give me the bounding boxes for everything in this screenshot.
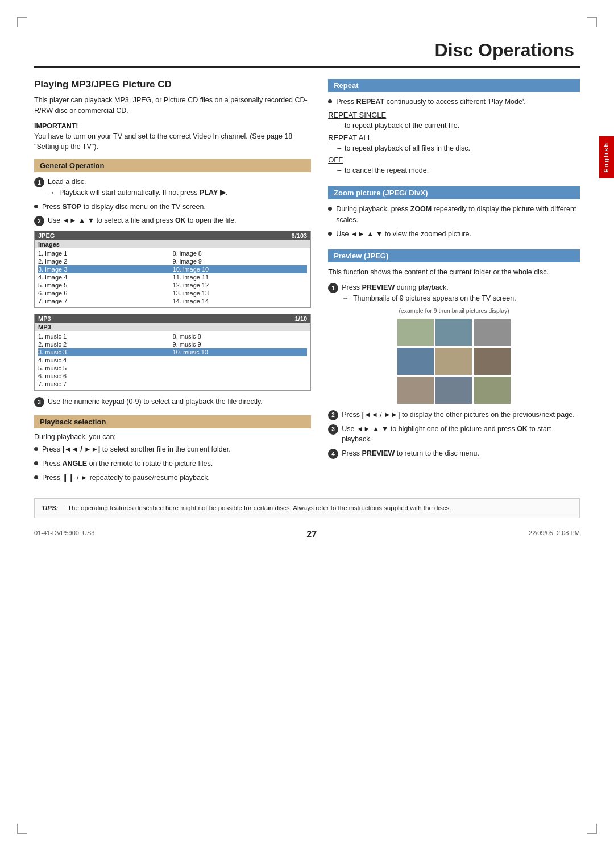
left-column: Playing MP3/JPEG Picture CD This player … <box>34 79 311 487</box>
jpeg-row-7: 7. image 7 <box>38 297 173 305</box>
playback-bullet-1-text: Press |◄◄ / ►►| to select another file i… <box>42 444 311 455</box>
arrow-icon: → <box>48 187 55 198</box>
step-1: 1 Load a disc. → Playback will start aut… <box>34 177 311 198</box>
tips-box: TIPS: The operating features described h… <box>34 498 580 518</box>
corner-mark-tl <box>17 17 27 27</box>
zoom-header: Zoom picture (JPEG/ DivX) <box>328 186 580 199</box>
repeat-all-text: to repeat playback of all files in the d… <box>345 143 470 154</box>
mp3-count: 1/10 <box>295 315 307 322</box>
preview-step-num-1: 1 <box>328 283 338 293</box>
playback-bullet-2-text: Press ANGLE on the remote to rotate the … <box>42 458 311 469</box>
off-underline: OFF <box>328 156 343 164</box>
jpeg-row-10: 10. image 10 <box>173 265 308 273</box>
preview-step-num-2: 2 <box>328 410 338 420</box>
jpeg-row-11: 11. image 11 <box>173 273 308 281</box>
jpeg-row-5: 5. image 5 <box>38 281 173 289</box>
playback-bullet-3: Press ❙❙ / ► repeatedly to pause/resume … <box>34 473 311 483</box>
preview-step3-text: Use ◄► ▲ ▼ to highlight one of the pictu… <box>342 424 580 445</box>
bullet-dot <box>34 475 38 479</box>
preview-step-4: 4 Press PREVIEW to return to the disc me… <box>328 448 580 459</box>
repeat-header: Repeat <box>328 79 580 92</box>
thumb-1 <box>397 319 434 346</box>
corner-mark-br <box>587 824 597 834</box>
repeat-single-text: to repeat playback of the current file. <box>345 120 459 131</box>
playing-section-title: Playing MP3/JPEG Picture CD <box>34 79 311 90</box>
dash-char: – <box>337 120 341 131</box>
repeat-all-dash: – to repeat playback of all files in the… <box>337 143 580 154</box>
playing-section-intro: This player can playback MP3, JPEG, or P… <box>34 95 311 116</box>
preview-step1-text: Press PREVIEW during playback. <box>342 283 449 291</box>
off-dash: – to cancel the repeat mode. <box>337 165 580 176</box>
step3-text: Use the numeric keypad (0-9) to select a… <box>48 397 311 407</box>
jpeg-table-body: 1. image 1 2. image 2 3. image 3 4. imag… <box>35 248 310 307</box>
thumb-5 <box>435 348 472 375</box>
thumbnail-grid <box>397 319 511 404</box>
arrow-icon: → <box>342 293 349 304</box>
bullet-dot <box>34 205 38 208</box>
jpeg-label: JPEG <box>38 232 55 239</box>
thumb-2 <box>435 319 472 346</box>
mp3-label: MP3 <box>38 315 51 322</box>
off-label: OFF <box>328 156 580 164</box>
mp3-row-8: 8. music 8 <box>173 332 308 340</box>
mp3-row-3: 3. music 3 <box>38 348 173 356</box>
jpeg-table-header: JPEG 6/103 <box>35 231 310 240</box>
mp3-row-9: 9. music 9 <box>173 340 308 348</box>
jpeg-row-12: 12. image 12 <box>173 281 308 289</box>
playback-header: Playback selection <box>34 415 311 428</box>
jpeg-row-14: 14. image 14 <box>173 297 308 305</box>
zoom-bullet-1-text: During playback, press ZOOM repeatedly t… <box>336 204 580 226</box>
dash-char: – <box>337 165 341 176</box>
corner-mark-tr <box>587 17 597 27</box>
playback-bullet-2: Press ANGLE on the remote to rotate the … <box>34 458 311 469</box>
corner-mark-bl <box>17 824 27 834</box>
mp3-row-1: 1. music 1 <box>38 332 173 340</box>
bullet-dot <box>34 461 38 465</box>
mp3-row-6: 6. music 6 <box>38 372 173 380</box>
jpeg-row-6: 6. image 6 <box>38 289 173 297</box>
step-num-1: 1 <box>34 177 44 187</box>
preview-header: Preview (JPEG) <box>328 249 580 262</box>
playback-bullet-3-text: Press ❙❙ / ► repeatedly to pause/resume … <box>42 473 311 483</box>
bullet-dot <box>328 232 332 236</box>
mp3-row-4: 4. music 4 <box>38 356 173 364</box>
step2-text: Use ◄► ▲ ▼ to select a file and press OK… <box>48 215 311 226</box>
playback-section: Playback selection During playback, you … <box>34 415 311 483</box>
repeat-bullet-1-text: Press REPEAT continuously to access diff… <box>336 97 580 107</box>
bullet-dot <box>328 99 332 103</box>
general-operation-header: General Operation <box>34 159 311 172</box>
jpeg-subheader: Images <box>35 240 310 248</box>
preview-step2-text: Press |◄◄ / ►►| to display the other pic… <box>342 410 580 420</box>
footer-right: 22/09/05, 2:08 PM <box>529 529 580 540</box>
jpeg-col1: 1. image 1 2. image 2 3. image 3 4. imag… <box>38 249 173 305</box>
zoom-bullet-2-text: Use ◄► ▲ ▼ to view the zoomed picture. <box>336 229 580 240</box>
preview-step-3: 3 Use ◄► ▲ ▼ to highlight one of the pic… <box>328 424 580 445</box>
playback-bullet-1: Press |◄◄ / ►►| to select another file i… <box>34 444 311 455</box>
dash-char: – <box>337 143 341 154</box>
jpeg-row-8: 8. image 8 <box>173 249 308 257</box>
preview-step4-text: Press PREVIEW to return to the disc menu… <box>342 448 580 459</box>
preview-step1-sub: Thumbnails of 9 pictures appears on the … <box>353 294 516 302</box>
footer-left: 01-41-DVP5900_US3 <box>34 529 94 540</box>
jpeg-row-9: 9. image 9 <box>173 257 308 265</box>
step-2: 2 Use ◄► ▲ ▼ to select a file and press … <box>34 215 311 226</box>
mp3-row-10: 10. music 10 <box>173 348 308 356</box>
thumb-3 <box>474 319 511 346</box>
page-wrapper: English Disc Operations Playing MP3/JPEG… <box>0 0 614 868</box>
jpeg-row-3: 3. image 3 <box>38 265 173 273</box>
mp3-col2: 8. music 8 9. music 9 10. music 10 <box>173 332 308 388</box>
mp3-table: MP3 1/10 MP3 1. music 1 2. music 2 3. mu… <box>34 314 311 391</box>
thumb-7 <box>397 377 434 404</box>
playback-intro: During playback, you can; <box>34 433 311 441</box>
mp3-table-body: 1. music 1 2. music 2 3. music 3 4. musi… <box>35 331 310 390</box>
zoom-section: Zoom picture (JPEG/ DivX) During playbac… <box>328 186 580 239</box>
jpeg-row-13: 13. image 13 <box>173 289 308 297</box>
preview-step-num-3: 3 <box>328 424 338 435</box>
jpeg-row-2: 2. image 2 <box>38 257 173 265</box>
important-text: You have to turn on your TV and set to t… <box>34 131 311 153</box>
jpeg-row-1: 1. image 1 <box>38 249 173 257</box>
tips-text: The operating features described here mi… <box>68 503 451 513</box>
example-caption: (example for 9 thumbnail pictures displa… <box>328 307 580 314</box>
thumb-8 <box>435 377 472 404</box>
preview-step-1: 1 Press PREVIEW during playback. → Thumb… <box>328 282 580 304</box>
